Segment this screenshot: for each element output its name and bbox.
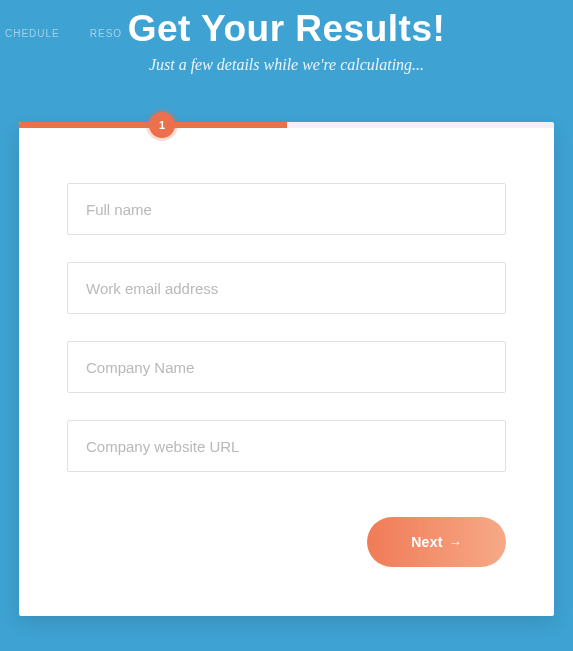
company-name-input[interactable] [67, 341, 506, 393]
header: Get Your Results! Just a few details whi… [0, 0, 573, 74]
work-email-input[interactable] [67, 262, 506, 314]
page-subtitle: Just a few details while we're calculati… [0, 56, 573, 74]
form-card: 1 Next → [19, 125, 554, 616]
form-actions: Next → [19, 499, 554, 567]
step-badge: 1 [149, 112, 175, 138]
company-website-input[interactable] [67, 420, 506, 472]
details-form [19, 125, 554, 499]
page-title: Get Your Results! [0, 8, 573, 50]
progress-track [19, 122, 554, 128]
next-button[interactable]: Next → [367, 517, 506, 567]
next-button-label: Next [411, 534, 443, 550]
arrow-right-icon: → [449, 535, 462, 550]
full-name-input[interactable] [67, 183, 506, 235]
